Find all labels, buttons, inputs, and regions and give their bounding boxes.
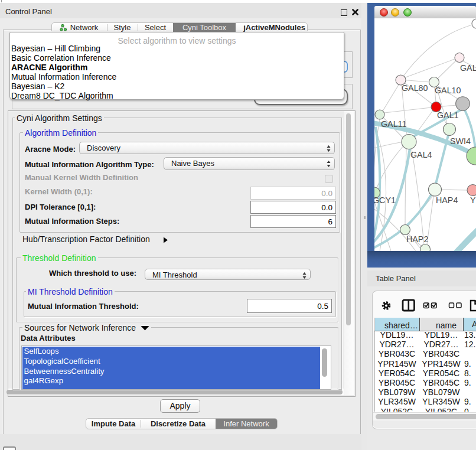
- svg-text:GAL1: GAL1: [437, 110, 459, 120]
- svg-text:GAL4: GAL4: [410, 150, 432, 159]
- svg-text:Y: Y: [470, 195, 476, 205]
- svg-text:SWI4: SWI4: [450, 136, 471, 146]
- svg-text:GCY1: GCY1: [374, 195, 396, 205]
- svg-text:HAP4: HAP4: [436, 195, 458, 205]
- svg-text:GAL10: GAL10: [435, 86, 461, 95]
- svg-text:GAL80: GAL80: [402, 83, 428, 93]
- svg-text:HAP2: HAP2: [406, 234, 428, 244]
- svg-text:GAL7: GAL7: [460, 63, 476, 73]
- svg-text:GAL11: GAL11: [381, 119, 406, 129]
